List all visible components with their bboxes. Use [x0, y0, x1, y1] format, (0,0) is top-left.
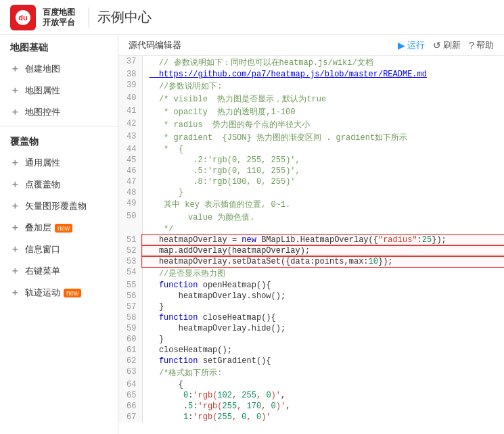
sidebar-item-track-motion[interactable]: ＋ 轨迹运动 new	[0, 282, 118, 304]
line-number: 49	[118, 198, 142, 211]
plus-icon: ＋	[10, 243, 20, 256]
line-code: map.addOverlay(heatmapOverlay);	[142, 245, 504, 256]
code-line-row: 44 * {	[118, 144, 504, 155]
code-line-row: 42 * radius 势力图的每个点的半径大小	[118, 118, 504, 131]
sidebar-label: 右键菜单	[25, 265, 60, 277]
sidebar-label: 轨迹运动	[25, 287, 60, 299]
line-code: //参数说明如下:	[142, 80, 504, 93]
code-line-row: 43 * gradient {JSON} 热力图的渐变区间 . gradient…	[118, 131, 504, 144]
code-line-row: 52 map.addOverlay(heatmapOverlay);	[118, 245, 504, 256]
code-table: 37 // 参数说明如下：同时也可以在heatmap.js/wiki/文档38 …	[118, 56, 504, 423]
sidebar-divider	[0, 126, 118, 126]
new-badge: new	[55, 224, 72, 233]
sidebar-item-map-control[interactable]: ＋ 地图控件	[0, 101, 118, 123]
code-line-row: 54 //是否显示热力图	[118, 267, 504, 280]
line-code: .8:'rgb(100, 0, 255)'	[142, 176, 504, 187]
code-line-row: 48 }	[118, 187, 504, 198]
line-code: * opacity 热力的透明度,1-100	[142, 105, 504, 118]
code-line-row: 37 // 参数说明如下：同时也可以在heatmap.js/wiki/文档	[118, 56, 504, 69]
line-code: .5:'rgb(0, 110, 255)',	[142, 166, 504, 176]
line-number: 61	[118, 345, 142, 356]
platform-name: 百度地图 开放平台	[43, 7, 75, 27]
line-number: 62	[118, 356, 142, 366]
line-code: }	[142, 334, 504, 345]
line-code: * radius 势力图的每个点的半径大小	[142, 118, 504, 131]
sidebar-label: 通用属性	[25, 157, 60, 169]
line-number: 67	[118, 412, 142, 423]
header: du 百度地图 开放平台 示例中心	[0, 0, 504, 35]
line-code: heatmapOverlay = new BMapLib.HeatmapOver…	[142, 235, 504, 245]
sidebar-item-map-property[interactable]: ＋ 地图属性	[0, 80, 118, 101]
code-line-row: 41 * opacity 热力的透明度,1-100	[118, 105, 504, 118]
line-code: closeHeatmap();	[142, 345, 504, 356]
plus-icon: ＋	[10, 85, 20, 97]
line-number: 56	[118, 291, 142, 302]
line-code: .5:'rgb(255, 170, 0)',	[142, 401, 504, 412]
sidebar-item-info-window[interactable]: ＋ 信息窗口	[0, 239, 118, 260]
sidebar-item-layer[interactable]: ＋ 叠加层 new	[0, 217, 118, 239]
line-number: 63	[118, 366, 142, 379]
plus-icon: ＋	[10, 178, 20, 191]
code-line-row: 60 }	[118, 334, 504, 345]
line-code: .2:'rgb(0, 255, 255)',	[142, 155, 504, 166]
code-line-row: 53 heatmapOverlay.setDataSet({data:point…	[118, 256, 504, 267]
code-line-row: 56 heatmapOverlay.show();	[118, 291, 504, 302]
code-line-row: 40 /* visible 热力图是否显示，默认为true	[118, 93, 504, 105]
toolbar-actions: ▶ 运行 ↺ 刷新 ? 帮助	[398, 39, 494, 51]
line-number: 55	[118, 280, 142, 291]
plus-icon: ＋	[10, 222, 20, 234]
line-code: /*格式如下所示:	[142, 366, 504, 379]
help-button[interactable]: ? 帮助	[469, 39, 494, 51]
sidebar-item-context-menu[interactable]: ＋ 右键菜单	[0, 260, 118, 282]
sidebar-item-vector-overlay[interactable]: ＋ 矢量图形覆盖物	[0, 195, 118, 217]
code-line-row: 39 //参数说明如下:	[118, 80, 504, 93]
run-icon: ▶	[398, 40, 405, 51]
sidebar-item-common-property[interactable]: ＋ 通用属性	[0, 152, 118, 174]
line-code: heatmapOverlay.hide();	[142, 323, 504, 334]
sidebar-label: 地图属性	[25, 85, 60, 97]
line-code: value 为颜色值.	[142, 211, 504, 224]
code-line-row: 46 .5:'rgb(0, 110, 255)',	[118, 166, 504, 176]
line-code: {	[142, 379, 504, 390]
help-icon: ?	[469, 40, 474, 51]
code-line-row: 50 value 为颜色值.	[118, 211, 504, 224]
code-line-row: 38 https://github.com/pa7/heatmap.js/blo…	[118, 69, 504, 80]
line-code: https://github.com/pa7/heatmap.js/blob/m…	[142, 69, 504, 80]
new-badge: new	[64, 289, 81, 297]
line-number: 48	[118, 187, 142, 198]
code-line-row: 65 0:'rgb(102, 255, 0)',	[118, 390, 504, 401]
sidebar-item-point-overlay[interactable]: ＋ 点覆盖物	[0, 174, 118, 195]
line-number: 37	[118, 56, 142, 69]
line-number: 64	[118, 379, 142, 390]
plus-icon: ＋	[10, 200, 20, 212]
line-number: 58	[118, 312, 142, 323]
code-line-row: 51 heatmapOverlay = new BMapLib.HeatmapO…	[118, 235, 504, 245]
line-code: // 参数说明如下：同时也可以在heatmap.js/wiki/文档	[142, 56, 504, 69]
line-number: 66	[118, 401, 142, 412]
line-number: 52	[118, 245, 142, 256]
code-line-row: 55 function openHeatmap(){	[118, 280, 504, 291]
plus-icon: ＋	[10, 157, 20, 169]
line-number: 41	[118, 105, 142, 118]
code-line-row: 67 1:'rgb(255, 0, 0)'	[118, 412, 504, 423]
sidebar-item-create-map[interactable]: ＋ 创建地图	[0, 58, 118, 80]
section-title-map: 地图基础	[0, 35, 118, 58]
line-number: 47	[118, 176, 142, 187]
editor-title: 源代码编辑器	[129, 39, 181, 51]
line-number: 42	[118, 118, 142, 131]
line-number: 59	[118, 323, 142, 334]
refresh-button[interactable]: ↺ 刷新	[433, 39, 461, 51]
help-label: 帮助	[476, 39, 494, 51]
line-code: function openHeatmap(){	[142, 280, 504, 291]
line-code: function closeHeatmap(){	[142, 312, 504, 323]
line-number: 54	[118, 267, 142, 280]
plus-icon: ＋	[10, 287, 20, 299]
header-title: 示例中心	[97, 8, 152, 26]
code-line-row: 62 function setGradient(){	[118, 356, 504, 366]
editor-area: 源代码编辑器 ▶ 运行 ↺ 刷新 ? 帮助 37 // 参数说明如下：同时也可以…	[118, 35, 504, 434]
line-code: heatmapOverlay.setDataSet({data:points,m…	[142, 256, 504, 267]
run-button[interactable]: ▶ 运行	[398, 39, 425, 51]
code-container[interactable]: 37 // 参数说明如下：同时也可以在heatmap.js/wiki/文档38 …	[118, 56, 504, 434]
line-number: 53	[118, 256, 142, 267]
line-number: 40	[118, 93, 142, 105]
